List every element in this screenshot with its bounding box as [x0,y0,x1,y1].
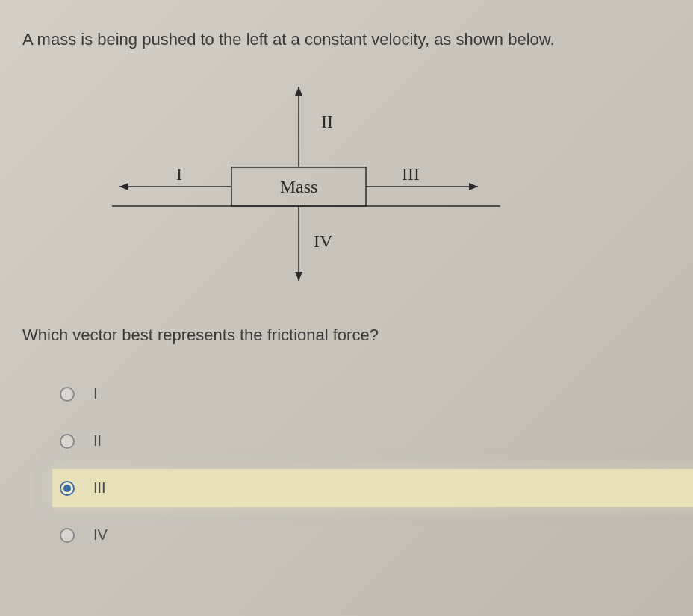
options-list: I II III IV [22,375,671,554]
vector-right-label: III [402,164,420,184]
option-4[interactable]: IV [52,516,671,554]
option-1[interactable]: I [52,375,671,413]
svg-marker-3 [119,183,128,190]
option-label: I [93,385,98,402]
svg-marker-9 [295,272,302,281]
option-label: II [93,432,102,449]
radio-icon [60,528,75,543]
radio-icon [60,481,75,496]
svg-marker-5 [295,87,302,96]
option-2[interactable]: II [52,422,671,460]
radio-icon [60,387,75,402]
radio-icon [60,434,75,449]
vector-down-label: IV [314,231,333,251]
option-label: III [93,479,106,497]
force-diagram: Mass I II III IV [82,72,530,296]
svg-marker-7 [469,183,478,190]
question-stem: A mass is being pushed to the left at a … [22,30,671,49]
vector-left-label: I [176,164,182,184]
option-label: IV [93,526,108,544]
mass-label: Mass [280,177,318,196]
vector-up-label: II [321,112,333,131]
option-3[interactable]: III [52,469,693,507]
question-prompt: Which vector best represents the frictio… [22,326,671,345]
